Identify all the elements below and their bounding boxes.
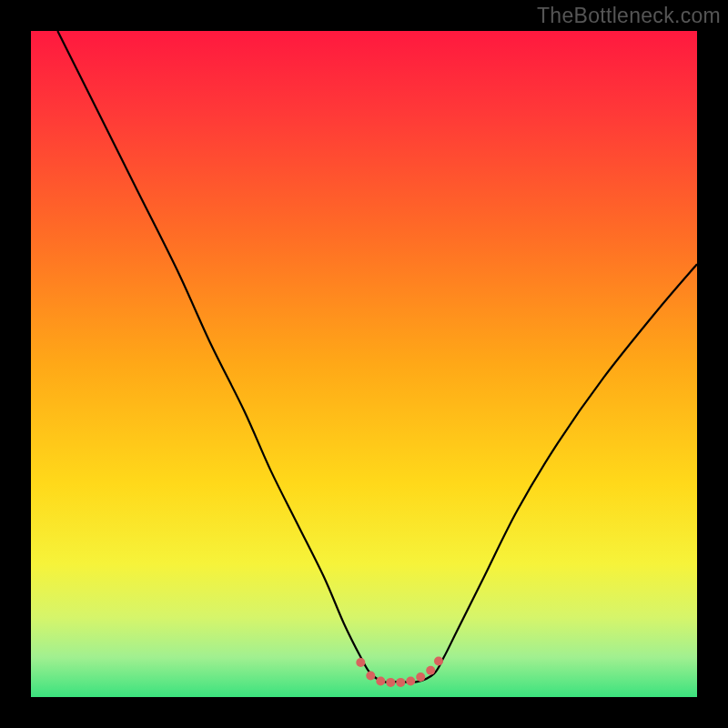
valley-marker [416,672,425,682]
valley-marker [366,672,375,681]
chart-svg [31,31,697,697]
valley-marker [406,676,415,685]
valley-marker [396,678,405,687]
watermark-text: TheBottleneck.com [537,4,721,28]
chart-plot-area [31,31,697,697]
valley-marker [426,666,435,675]
valley-marker [376,676,385,685]
valley-marker [356,658,365,667]
valley-marker [434,656,443,665]
valley-marker [386,678,395,687]
chart-frame: TheBottleneck.com [0,0,728,728]
chart-background [31,31,697,697]
